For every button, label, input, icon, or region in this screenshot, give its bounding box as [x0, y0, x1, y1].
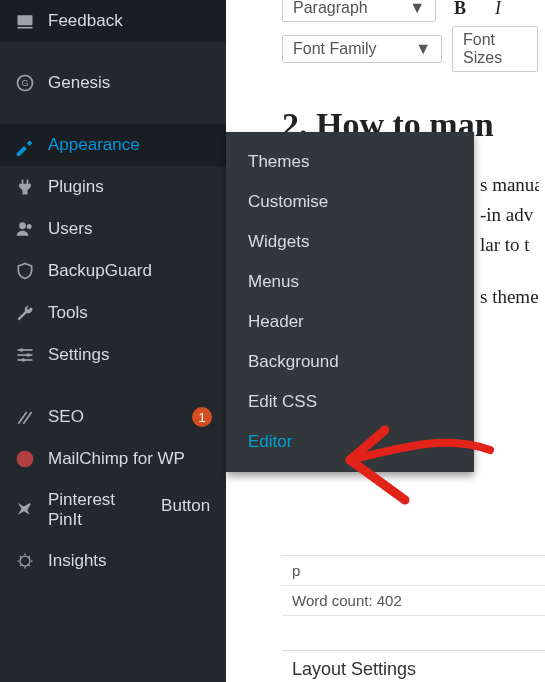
sidebar-item-label: Users	[48, 219, 212, 239]
toolbar-row-1: Paragraph ▼ B I	[282, 0, 539, 22]
sidebar-item-seo[interactable]: SEO 1	[0, 396, 226, 438]
sidebar-item-label: Plugins	[48, 177, 212, 197]
italic-button[interactable]: I	[484, 0, 512, 19]
svg-rect-1	[18, 27, 33, 29]
shield-icon	[14, 260, 36, 282]
editor-status-bar: p Word count: 402	[282, 555, 545, 616]
submenu-item-widgets[interactable]: Widgets	[226, 222, 474, 262]
sidebar-item-mailchimp[interactable]: MailChimp for WP	[0, 438, 226, 480]
svg-point-12	[17, 451, 34, 468]
sidebar-item-label: Pinterest PinIt	[48, 490, 115, 530]
font-sizes-dropdown[interactable]: Font Sizes	[452, 26, 538, 72]
sidebar-item-label: Feedback	[48, 11, 212, 31]
sidebar-item-label: Insights	[48, 551, 212, 571]
insights-icon	[14, 550, 36, 572]
svg-point-9	[20, 348, 23, 351]
body-line: lar to t	[480, 234, 539, 256]
submenu-item-edit-css[interactable]: Edit CSS	[226, 382, 474, 422]
submenu-item-themes[interactable]: Themes	[226, 142, 474, 182]
appearance-submenu: Themes Customise Widgets Menus Header Ba…	[226, 132, 474, 472]
svg-text:G: G	[21, 78, 28, 88]
sidebar-item-backupguard[interactable]: BackupGuard	[0, 250, 226, 292]
mailchimp-icon	[14, 448, 36, 470]
submenu-item-background[interactable]: Background	[226, 342, 474, 382]
pin-icon	[14, 499, 36, 521]
plugins-icon	[14, 176, 36, 198]
admin-sidebar: Feedback G Genesis Appearance Plugins Us…	[0, 0, 226, 682]
sidebar-item-settings[interactable]: Settings	[0, 334, 226, 376]
sidebar-item-plugins[interactable]: Plugins	[0, 166, 226, 208]
section-label: Layout Settings	[282, 650, 545, 680]
sidebar-item-users[interactable]: Users	[0, 208, 226, 250]
sidebar-item-label: SEO	[48, 407, 180, 427]
chevron-down-icon: ▼	[409, 0, 425, 17]
svg-point-4	[19, 222, 26, 229]
sidebar-item-appearance[interactable]: Appearance	[0, 124, 226, 166]
sidebar-item-label: Genesis	[48, 73, 212, 93]
svg-point-5	[27, 224, 32, 229]
sidebar-item-label: Tools	[48, 303, 212, 323]
sidebar-item-pinterest[interactable]: Pinterest PinIt Button	[0, 480, 226, 540]
svg-rect-6	[18, 349, 33, 351]
sidebar-item-label: Settings	[48, 345, 212, 365]
toolbar-row-2: Font Family ▼ Font Sizes	[282, 26, 539, 72]
element-path: p	[282, 556, 545, 586]
sidebar-item-label: BackupGuard	[48, 261, 212, 281]
appearance-icon	[14, 134, 36, 156]
bold-button[interactable]: B	[446, 0, 474, 19]
chevron-down-icon: ▼	[415, 40, 431, 58]
sidebar-item-label: MailChimp for WP	[48, 449, 212, 469]
svg-rect-0	[18, 15, 33, 25]
users-icon	[14, 218, 36, 240]
svg-point-13	[20, 556, 30, 566]
feedback-icon	[14, 10, 36, 32]
sidebar-item-tools[interactable]: Tools	[0, 292, 226, 334]
settings-icon	[14, 344, 36, 366]
submenu-item-header[interactable]: Header	[226, 302, 474, 342]
sidebar-item-label-2: Button	[161, 496, 212, 516]
sidebar-item-label: Appearance	[48, 135, 212, 155]
submenu-item-editor[interactable]: Editor	[226, 422, 474, 462]
genesis-icon: G	[14, 72, 36, 94]
svg-point-11	[22, 358, 25, 361]
notification-badge: 1	[192, 407, 212, 427]
body-line: -in adv	[480, 204, 539, 226]
svg-point-10	[27, 353, 30, 356]
dropdown-value: Font Sizes	[463, 31, 527, 67]
dropdown-value: Font Family	[293, 40, 377, 58]
sidebar-item-insights[interactable]: Insights	[0, 540, 226, 582]
font-family-dropdown[interactable]: Font Family ▼	[282, 35, 442, 63]
dropdown-value: Paragraph	[293, 0, 368, 17]
seo-icon	[14, 406, 36, 428]
wrench-icon	[14, 302, 36, 324]
body-line: s manua	[480, 174, 539, 196]
body-line: s theme	[480, 286, 539, 308]
submenu-item-customise[interactable]: Customise	[226, 182, 474, 222]
sidebar-item-feedback[interactable]: Feedback	[0, 0, 226, 42]
sidebar-item-genesis[interactable]: G Genesis	[0, 62, 226, 104]
svg-rect-7	[18, 354, 33, 356]
submenu-item-menus[interactable]: Menus	[226, 262, 474, 302]
paragraph-dropdown[interactable]: Paragraph ▼	[282, 0, 436, 22]
word-count: Word count: 402	[282, 586, 545, 616]
